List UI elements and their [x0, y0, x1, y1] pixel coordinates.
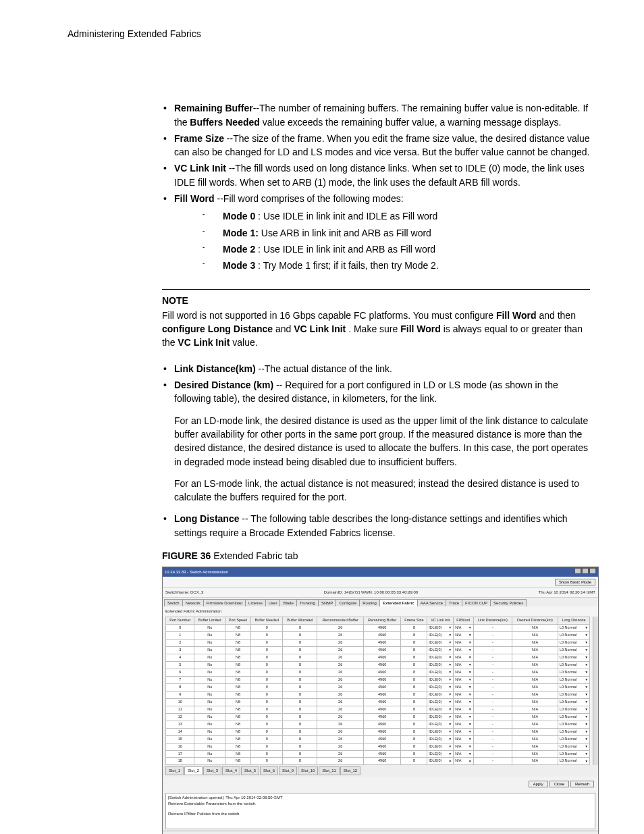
cell[interactable]: L0:Normal▼ — [558, 669, 589, 676]
slot-tab[interactable]: Slot_4 — [222, 766, 240, 775]
cell[interactable]: N/A▼ — [454, 669, 473, 676]
cell[interactable]: IDLE(0)▼ — [427, 706, 454, 713]
cell[interactable]: IDLE(0)▼ — [427, 683, 454, 691]
cell[interactable]: N/A▼ — [454, 646, 473, 654]
cell[interactable]: N/A▼ — [454, 735, 473, 743]
cell[interactable]: IDLE(0)▼ — [427, 632, 454, 640]
cell[interactable]: L0:Normal▼ — [558, 735, 589, 743]
cell[interactable]: L0:Normal▼ — [558, 758, 589, 765]
cell[interactable]: IDLE(0)▼ — [427, 698, 454, 706]
cell[interactable]: N/A▼ — [454, 676, 473, 683]
cell[interactable]: L0:Normal▼ — [558, 706, 589, 713]
cell[interactable]: IDLE(0)▼ — [427, 639, 454, 646]
cell[interactable]: IDLE(0)▼ — [427, 661, 454, 669]
cell: N8 — [225, 683, 250, 691]
tab-network[interactable]: Network — [182, 599, 204, 607]
cell[interactable]: N/A▼ — [454, 654, 473, 661]
main-content: Remaining Buffer--The number of remainin… — [162, 101, 590, 834]
maximize-icon[interactable] — [582, 568, 589, 574]
tab-blade[interactable]: Blade — [279, 599, 296, 607]
cell[interactable]: IDLE(0)▼ — [427, 750, 454, 758]
cell[interactable]: IDLE(0)▼ — [427, 646, 454, 654]
cell[interactable]: N/A▼ — [454, 743, 473, 750]
cell[interactable]: N/A▼ — [454, 698, 473, 706]
cell[interactable]: IDLE(0)▼ — [427, 721, 454, 728]
tab-trunking[interactable]: Trunking — [296, 599, 319, 607]
cell: 8 — [401, 721, 427, 728]
slot-tab[interactable]: Slot_5 — [241, 766, 259, 775]
tab-routing[interactable]: Routing — [359, 599, 380, 607]
cell[interactable]: L0:Normal▼ — [558, 743, 589, 750]
cell[interactable]: IDLE(0)▼ — [427, 625, 454, 632]
cell[interactable]: IDLE(0)▼ — [427, 676, 454, 683]
cell: 8 — [283, 676, 317, 683]
show-basic-mode-button[interactable]: Show Basic Mode — [555, 579, 595, 585]
close-icon[interactable] — [589, 568, 596, 574]
tab-configure[interactable]: Configure — [336, 599, 360, 607]
mode-3: Mode 3 : Try Mode 1 first; if it fails, … — [203, 259, 590, 272]
cell[interactable]: IDLE(0)▼ — [427, 758, 454, 765]
tab-extended-fabric[interactable]: Extended Fabric — [379, 599, 418, 607]
cell[interactable]: L0:Normal▼ — [558, 632, 589, 640]
cell[interactable]: IDLE(0)▼ — [427, 735, 454, 743]
cell[interactable]: N/A▼ — [454, 632, 473, 640]
cell: 8 — [283, 698, 317, 706]
desc: --Fill word comprises of the following m… — [217, 193, 404, 204]
scrollbar[interactable] — [593, 617, 598, 765]
tab-ficon-cup[interactable]: FICON CUP — [462, 599, 491, 607]
slot-tab[interactable]: Slot_6 — [260, 766, 278, 775]
cell[interactable]: L0:Normal▼ — [558, 728, 589, 735]
cell[interactable]: L0:Normal▼ — [558, 721, 589, 728]
cell[interactable]: L0:Normal▼ — [558, 661, 589, 669]
slot-tab[interactable]: Slot_2 — [184, 766, 203, 775]
cell[interactable]: N/A▼ — [454, 721, 473, 728]
cell[interactable]: N/A▼ — [454, 625, 473, 632]
cell[interactable]: L0:Normal▼ — [558, 683, 589, 691]
cell[interactable]: IDLE(0)▼ — [427, 713, 454, 721]
cell[interactable]: L0:Normal▼ — [558, 750, 589, 758]
cell[interactable]: N/A▼ — [454, 639, 473, 646]
cell[interactable]: L0:Normal▼ — [558, 691, 589, 698]
tab-user[interactable]: User — [265, 599, 281, 607]
cell[interactable]: IDLE(0)▼ — [427, 654, 454, 661]
slot-tab[interactable]: Slot_10 — [298, 766, 318, 775]
slot-tab[interactable]: Slot_9 — [279, 766, 297, 775]
slot-tab[interactable]: Slot_11 — [319, 766, 339, 775]
close-button[interactable]: Close — [549, 781, 569, 787]
cell[interactable]: IDLE(0)▼ — [427, 728, 454, 735]
tab-aaa-service[interactable]: AAA Service — [417, 599, 446, 607]
tab-firmware-download[interactable]: Firmware Download — [203, 599, 246, 607]
switchname-label: SwitchName: — [165, 590, 189, 594]
cell[interactable]: L0:Normal▼ — [558, 625, 589, 632]
cell[interactable]: N/A▼ — [454, 750, 473, 758]
slot-tab[interactable]: Slot_3 — [203, 766, 221, 775]
slot-tab[interactable]: Slot_1 — [165, 766, 184, 775]
cell[interactable]: N/A▼ — [454, 713, 473, 721]
cell[interactable]: IDLE(0)▼ — [427, 743, 454, 750]
tab-security-policies[interactable]: Security Policies — [490, 599, 527, 607]
tab-snmp[interactable]: SNMP — [318, 599, 336, 607]
cell[interactable]: L0:Normal▼ — [558, 654, 589, 661]
minimize-icon[interactable] — [574, 568, 581, 574]
cell[interactable]: L0:Normal▼ — [558, 639, 589, 646]
cell[interactable]: N/A▼ — [454, 661, 473, 669]
col-header: Port Speed — [225, 617, 250, 625]
cell[interactable]: L0:Normal▼ — [558, 676, 589, 683]
apply-button[interactable]: Apply — [529, 781, 548, 787]
cell[interactable]: N/A▼ — [454, 758, 473, 765]
cell[interactable]: N/A▼ — [454, 691, 473, 698]
refresh-button[interactable]: Refresh — [570, 781, 594, 787]
tab-trace[interactable]: Trace — [446, 599, 462, 607]
slot-tab[interactable]: Slot_12 — [340, 766, 360, 775]
tab-license[interactable]: License — [245, 599, 266, 607]
cell[interactable]: IDLE(0)▼ — [427, 669, 454, 676]
cell[interactable]: N/A▼ — [454, 683, 473, 691]
cell[interactable]: N/A▼ — [454, 728, 473, 735]
cell[interactable]: L0:Normal▼ — [558, 713, 589, 721]
cell[interactable]: L0:Normal▼ — [558, 698, 589, 706]
cell[interactable]: L0:Normal▼ — [558, 646, 589, 654]
cell: - — [473, 758, 512, 765]
tab-switch[interactable]: Switch — [164, 599, 183, 607]
cell[interactable]: N/A▼ — [454, 706, 473, 713]
cell[interactable]: IDLE(0)▼ — [427, 691, 454, 698]
